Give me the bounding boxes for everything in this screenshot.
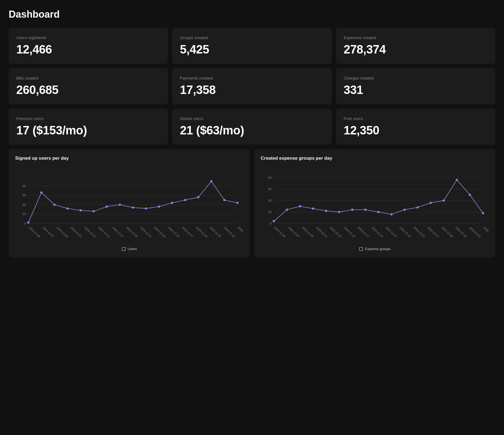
svg-point-30 — [79, 209, 82, 212]
svg-point-84 — [469, 194, 471, 196]
stat-label-starter-users: Starter users — [180, 116, 324, 121]
stat-value-free-users: 12,350 — [344, 124, 488, 137]
svg-text:40: 40 — [23, 184, 26, 188]
svg-point-85 — [482, 212, 484, 214]
svg-point-27 — [40, 191, 43, 194]
expense-groups-legend-box — [359, 247, 363, 251]
svg-text:2024-12-27: 2024-12-27 — [427, 226, 439, 238]
svg-text:2024-12-15: 2024-12-15 — [343, 226, 356, 238]
stat-label-users-registered: Users registered — [16, 35, 160, 40]
svg-point-42 — [236, 202, 239, 204]
stat-card-bills-created: Bills created260,685 — [9, 68, 168, 104]
svg-text:20: 20 — [268, 199, 272, 202]
stat-card-users-registered: Users registered12,466 — [9, 28, 168, 64]
stat-value-starter-users: 21 ($63/mo) — [180, 124, 324, 137]
stat-value-expenses-created: 278,374 — [344, 43, 488, 56]
svg-point-69 — [273, 220, 275, 222]
expense-groups-chart: 0102030402024-12-052024-12-072024-12-092… — [261, 166, 489, 242]
stat-card-starter-users: Starter users21 ($63/mo) — [172, 109, 331, 145]
svg-point-82 — [443, 200, 445, 202]
svg-point-38 — [184, 199, 186, 201]
svg-point-75 — [351, 209, 353, 211]
stat-label-premium-users: Premium users — [16, 116, 160, 121]
svg-text:2024-12-17: 2024-12-17 — [111, 226, 124, 238]
svg-text:2024-12-25: 2024-12-25 — [413, 226, 426, 238]
stat-label-bills-created: Bills created — [16, 76, 160, 80]
stat-card-free-users: Free users12,350 — [336, 109, 495, 145]
svg-point-39 — [197, 196, 200, 198]
stat-label-charges-created: Charges created — [344, 76, 488, 80]
svg-text:2024-12-23: 2024-12-23 — [154, 226, 166, 238]
svg-point-78 — [390, 213, 393, 215]
signed-up-chart: 0102030402024-12-052024-12-072024-12-092… — [15, 166, 243, 242]
svg-point-74 — [338, 211, 340, 213]
svg-text:2024-12-19: 2024-12-19 — [126, 226, 138, 238]
svg-text:0: 0 — [24, 222, 26, 225]
svg-point-29 — [66, 207, 69, 210]
svg-text:10: 10 — [268, 210, 272, 214]
svg-point-36 — [158, 206, 160, 208]
stat-label-expenses-created: Expenses created — [344, 35, 488, 40]
stats-grid: Users registered12,466Groups created5,42… — [9, 28, 495, 145]
stat-label-payments-created: Payments created — [180, 76, 324, 80]
svg-text:2024-12-23: 2024-12-23 — [399, 226, 412, 238]
svg-point-37 — [171, 202, 173, 204]
svg-text:10: 10 — [23, 213, 26, 216]
signed-up-legend-label: Users — [128, 247, 137, 251]
svg-point-83 — [456, 179, 458, 181]
stat-card-groups-created: Groups created5,425 — [172, 28, 331, 64]
svg-point-71 — [299, 205, 301, 207]
expense-groups-chart-title: Created expense groups per day — [261, 156, 489, 161]
svg-text:2024-12-15: 2024-12-15 — [98, 226, 110, 238]
svg-text:2024-12-21: 2024-12-21 — [385, 226, 398, 238]
svg-text:2024-12-11: 2024-12-11 — [315, 226, 328, 238]
svg-point-79 — [403, 209, 406, 211]
svg-text:2025-01-02: 2025-01-02 — [223, 226, 236, 238]
svg-text:2024-12-29: 2024-12-29 — [195, 226, 208, 238]
stat-value-payments-created: 17,358 — [180, 83, 324, 97]
svg-point-81 — [429, 202, 432, 204]
svg-text:2024-12-09: 2024-12-09 — [301, 226, 314, 238]
svg-text:2024-12-27: 2024-12-27 — [181, 226, 194, 238]
signed-up-chart-title: Signed up users per day — [15, 156, 243, 161]
svg-point-35 — [145, 207, 147, 210]
svg-text:2025-01-04: 2025-01-04 — [483, 226, 489, 238]
charts-row: Signed up users per day 0102030402024-12… — [9, 149, 495, 257]
svg-point-41 — [223, 199, 226, 201]
svg-point-73 — [325, 210, 327, 212]
svg-text:2024-12-13: 2024-12-13 — [84, 226, 97, 238]
svg-point-31 — [92, 210, 95, 212]
svg-text:2025-01-02: 2025-01-02 — [469, 226, 481, 238]
svg-point-76 — [364, 209, 366, 211]
signed-up-legend-box — [122, 247, 126, 251]
svg-text:2024-12-09: 2024-12-09 — [56, 226, 69, 238]
expense-groups-legend-label: Expense groups — [365, 247, 391, 251]
stat-value-charges-created: 331 — [344, 83, 488, 97]
svg-text:2025-01-04: 2025-01-04 — [237, 226, 243, 238]
page-title: Dashboard — [9, 9, 495, 20]
svg-point-26 — [27, 222, 30, 224]
svg-text:0: 0 — [270, 222, 272, 225]
stat-card-payments-created: Payments created17,358 — [172, 68, 331, 104]
stat-value-groups-created: 5,425 — [180, 43, 324, 56]
signed-up-legend: Users — [15, 247, 243, 251]
svg-text:2024-12-29: 2024-12-29 — [441, 226, 454, 238]
svg-text:2024-12-31: 2024-12-31 — [455, 226, 467, 238]
svg-point-80 — [416, 206, 419, 209]
svg-text:40: 40 — [268, 176, 272, 179]
svg-text:2024-12-05: 2024-12-05 — [273, 226, 286, 238]
stat-card-premium-users: Premium users17 ($153/mo) — [9, 109, 168, 145]
svg-point-70 — [286, 209, 288, 211]
svg-text:2024-12-31: 2024-12-31 — [209, 226, 222, 238]
svg-point-33 — [119, 204, 121, 206]
svg-point-77 — [377, 211, 380, 213]
stat-value-users-registered: 12,466 — [16, 43, 160, 56]
svg-text:2024-12-13: 2024-12-13 — [329, 226, 342, 238]
stat-label-groups-created: Groups created — [180, 35, 324, 40]
expense-groups-legend: Expense groups — [261, 247, 489, 251]
svg-text:30: 30 — [268, 188, 272, 191]
svg-point-28 — [53, 204, 56, 206]
svg-text:2024-12-19: 2024-12-19 — [371, 226, 384, 238]
svg-point-40 — [210, 180, 213, 182]
signed-up-chart-card: Signed up users per day 0102030402024-12… — [9, 149, 250, 257]
